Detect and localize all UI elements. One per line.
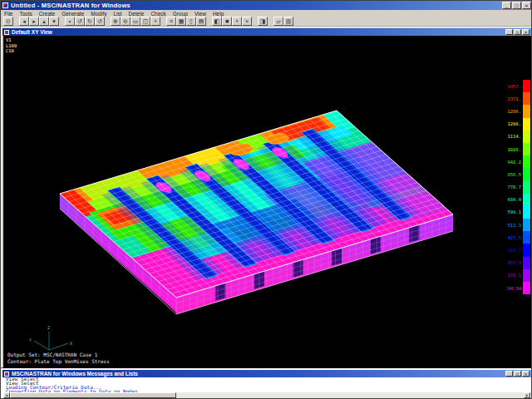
model-viewport[interactable]: Z X Y V1 L100 C10 1457. 1371. 1286. 1200… [3, 36, 532, 368]
view-window: Default XY View _ □ × [1, 27, 532, 368]
legend-swatch [523, 105, 530, 117]
viewport-status: Output Set: MSC/NASTRAN Case 1 Contour: … [7, 352, 110, 365]
messages-titlebar: MSC/NASTRAN for Windows Messages and Lis… [2, 370, 531, 377]
menu-check[interactable]: Check [147, 11, 169, 17]
menu-help[interactable]: Help [209, 11, 227, 17]
select-right-icon[interactable]: ▸ [29, 17, 39, 26]
messages-minimize-button[interactable]: _ [505, 371, 513, 377]
legend-swatch [523, 231, 530, 244]
messages-list: View Select View Select Loading Contour/… [3, 377, 530, 394]
legend-entry: 255.9 [507, 257, 530, 269]
messages-close-button[interactable]: × [522, 371, 530, 377]
menu-view[interactable]: View [191, 11, 209, 17]
view-redraw-icon[interactable]: ▤ [196, 17, 206, 26]
rotate-y-icon[interactable]: ↻ [85, 17, 95, 26]
window-new-icon[interactable]: + [232, 17, 242, 26]
legend-entry: 84.34 [507, 282, 530, 294]
view-close-button[interactable]: × [522, 29, 530, 35]
viewport-corner-labels: V1 L100 C10 [6, 37, 17, 54]
window-title: Untitled - MSC/NASTRAN for Windows [11, 2, 131, 9]
post-process-icon[interactable]: ◨ [258, 17, 268, 26]
scrollbar-thumb[interactable] [10, 392, 176, 398]
messages-hscrollbar[interactable]: ◂ ▸ [3, 392, 530, 398]
legend-entry: 770.7 [507, 181, 530, 194]
legend-swatch [523, 269, 530, 282]
window-close-icon[interactable]: × [242, 17, 252, 26]
legend-entry: 1457. [507, 80, 530, 92]
legend-swatch [523, 181, 530, 194]
legend-entry: 1114. [507, 131, 530, 143]
window-solid-icon[interactable]: ■ [222, 17, 232, 26]
print-icon[interactable]: ▥ [283, 17, 293, 26]
minimize-button[interactable]: _ [502, 2, 511, 9]
rotate-z-icon[interactable]: ↺ [95, 17, 105, 26]
legend-swatch [523, 80, 530, 92]
view-node-icon[interactable]: ▯ [186, 17, 196, 26]
legend-entry: 599.1 [507, 206, 530, 219]
zoom-window-icon[interactable]: ◫ [140, 17, 150, 26]
menu-group[interactable]: Group [170, 11, 191, 17]
legend-entry: 942.2 [507, 155, 530, 168]
legend-entry: 427.5 [507, 231, 530, 244]
scroll-left-icon[interactable]: ◂ [3, 392, 10, 398]
scroll-right-icon[interactable]: ▸ [524, 392, 530, 398]
legend-swatch [523, 282, 530, 294]
maximize-button[interactable]: □ [512, 2, 521, 9]
menu-tools[interactable]: Tools [16, 11, 35, 17]
contour-legend: 1457. 1371. 1286. 1200. 1114. 1028. 942.… [507, 80, 530, 294]
legend-entry: 684.9 [507, 194, 530, 206]
select-down-icon[interactable]: ▾ [49, 17, 59, 26]
view-window-titlebar: Default XY View _ □ × [2, 28, 531, 36]
pan-icon[interactable]: + [150, 17, 160, 26]
menu-delete[interactable]: Delete [126, 11, 148, 17]
close-button[interactable]: × [522, 2, 531, 9]
messages-window-title: MSC/NASTRAN for Windows Messages and Lis… [12, 371, 138, 377]
view-minimize-button[interactable]: _ [505, 29, 513, 35]
legend-entry: 513.3 [507, 219, 530, 231]
legend-entry: 1200. [507, 118, 530, 131]
legend-swatch [523, 206, 530, 219]
legend-swatch [523, 194, 530, 206]
toolbar: ⊙ ◂ ▸ ▴ ▾ • ↺ ↻ ↺ ⊕ ⊖ ▭ ◫ + ≡ ▦ ▯ ▤ ◧ [1, 17, 532, 27]
view-window-icon [4, 30, 9, 35]
legend-entry: 856.5 [507, 168, 530, 180]
fem-model-canvas[interactable]: Z X Y [3, 36, 532, 368]
messages-maximize-button[interactable]: □ [514, 371, 521, 377]
legend-swatch [523, 155, 530, 168]
select-up-icon[interactable]: ▴ [39, 17, 49, 26]
contour-label: Contour: Plate Top VonMises Stress [7, 358, 110, 365]
zoom-in-icon[interactable]: ⊕ [111, 17, 121, 26]
rotate-x-icon[interactable]: ↺ [75, 17, 85, 26]
menu-list[interactable]: List [110, 11, 125, 17]
triad-x-label: X [70, 341, 72, 346]
legend-swatch [523, 143, 530, 155]
view-options-icon[interactable]: ▦ [176, 17, 186, 26]
legend-swatch [523, 92, 530, 105]
window-tile-icon[interactable]: ◧ [212, 17, 222, 26]
menu-modify[interactable]: Modify [87, 11, 110, 17]
menu-file[interactable]: File [1, 11, 16, 17]
titlebar: Untitled - MSC/NASTRAN for Windows _ □ × [1, 1, 532, 10]
box-select-icon[interactable]: ▭ [131, 17, 140, 26]
menu-create[interactable]: Create [36, 11, 59, 17]
legend-swatch [523, 168, 530, 180]
menu-generate[interactable]: Generate [58, 11, 87, 17]
view-magnify-icon[interactable]: ⊙ [3, 17, 13, 26]
legend-entry: 1028. [507, 143, 530, 155]
messages-window: MSC/NASTRAN for Windows Messages and Lis… [1, 368, 532, 399]
legend-entry: 170.1 [507, 269, 530, 282]
output-set-label: Output Set: MSC/NASTRAN Case 1 [7, 352, 110, 358]
menu-bar: File Tools Create Generate Modify List D… [1, 10, 532, 17]
view-maximize-button[interactable]: □ [514, 29, 521, 35]
center-point-icon[interactable]: • [65, 17, 75, 26]
copy-picture-icon[interactable]: ▱ [273, 17, 283, 26]
select-left-icon[interactable]: ◂ [19, 17, 29, 26]
view-list-icon[interactable]: ≡ [166, 17, 176, 26]
constraint-set-label: C10 [6, 48, 17, 54]
legend-entry: 1286. [507, 105, 530, 117]
orientation-triad [34, 332, 68, 350]
legend-entry: 1371. [507, 92, 530, 105]
legend-swatch [523, 219, 530, 231]
zoom-out-icon[interactable]: ⊖ [121, 17, 131, 26]
triad-z-label: Z [47, 325, 50, 330]
